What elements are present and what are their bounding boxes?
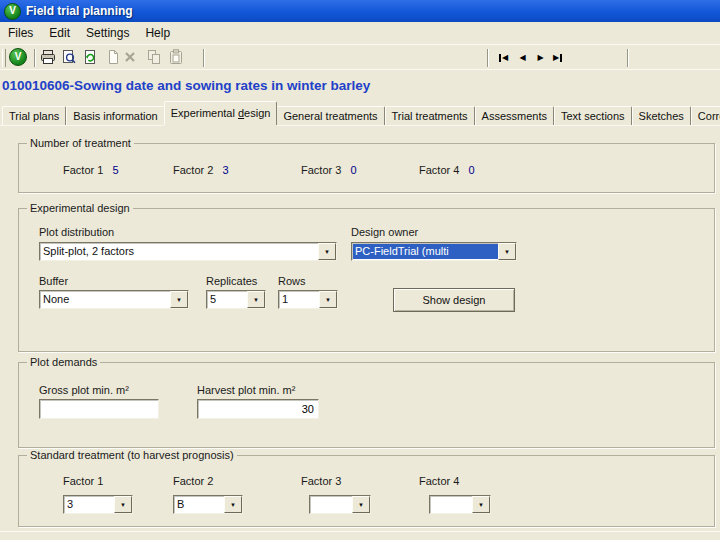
exit-button[interactable]: V xyxy=(8,47,28,67)
previous-record-button[interactable]: ◀ xyxy=(514,51,531,65)
factor2-count-label: Factor 2 3 xyxy=(173,164,229,176)
factor-label: Factor 3 xyxy=(301,164,341,176)
toolbar-grip xyxy=(2,49,6,67)
next-record-button[interactable]: ▶ xyxy=(532,51,549,65)
factor1-count-label: Factor 1 5 xyxy=(63,164,119,176)
tab-sketches[interactable]: Sketches xyxy=(632,106,691,125)
delete-icon xyxy=(122,49,138,65)
copy-button[interactable] xyxy=(144,47,164,67)
std-factor3-label: Factor 3 xyxy=(301,475,341,487)
app-logo-icon[interactable]: V xyxy=(4,3,21,20)
menu-help[interactable]: Help xyxy=(137,23,178,43)
toolbar-separator xyxy=(203,49,204,67)
rows-label: Rows xyxy=(278,275,306,287)
print-button[interactable] xyxy=(38,47,58,67)
refresh-button[interactable] xyxy=(80,47,100,67)
std-factor4-combobox[interactable]: ▼ xyxy=(429,495,491,514)
toolbar-separator xyxy=(627,49,628,67)
gross-plot-label: Gross plot min. m² xyxy=(39,384,129,396)
first-record-glyph: ◀ xyxy=(502,54,508,62)
group-legend: Number of treatment xyxy=(27,137,134,149)
std-factor1-combobox[interactable]: 3 ▼ xyxy=(63,495,133,514)
tab-label-part: Experimental xyxy=(171,107,238,119)
tab-text-sections[interactable]: Text sections xyxy=(554,106,632,125)
chevron-down-icon[interactable]: ▼ xyxy=(352,496,370,513)
combo-value: 5 xyxy=(210,293,248,305)
page-title: 010010606-Sowing date and sowing rates i… xyxy=(2,78,370,93)
last-record-glyph: ▶ xyxy=(553,54,559,62)
chevron-down-icon[interactable]: ▼ xyxy=(319,291,337,308)
buffer-label: Buffer xyxy=(39,275,68,287)
chevron-down-icon[interactable]: ▼ xyxy=(114,496,132,513)
tab-content-divider xyxy=(0,125,720,126)
print-preview-icon xyxy=(61,49,77,65)
last-record-icon xyxy=(560,54,562,62)
window-bottom-edge xyxy=(0,531,720,532)
tab-experimental-design[interactable]: Experimental design xyxy=(164,101,278,125)
last-record-button[interactable]: ▶ xyxy=(549,51,566,65)
combo-value: Split-plot, 2 factors xyxy=(43,245,319,257)
print-preview-button[interactable] xyxy=(59,47,79,67)
factor-value: 0 xyxy=(469,164,475,176)
tab-general-treatments[interactable]: General treatments xyxy=(276,106,384,125)
chevron-down-icon[interactable]: ▼ xyxy=(247,291,265,308)
application-window: V Field trial planning Files Edit Settin… xyxy=(0,0,720,540)
chevron-down-icon[interactable]: ▼ xyxy=(318,243,336,260)
combo-value: None xyxy=(43,293,171,305)
tab-corrections[interactable]: Corrections xyxy=(691,106,720,125)
toolbar: V xyxy=(0,44,720,70)
group-number-of-treatment: Number of treatment Factor 1 5 Factor 2 … xyxy=(18,143,715,193)
tab-trial-plans[interactable]: Trial plans xyxy=(2,106,66,125)
rows-combobox[interactable]: 1 ▼ xyxy=(278,290,338,309)
tab-strip: Trial plans Basis information Experiment… xyxy=(2,101,720,125)
menu-edit[interactable]: Edit xyxy=(41,23,78,43)
combo-value: B xyxy=(177,498,225,510)
group-plot-demands: Plot demands Gross plot min. m² Harvest … xyxy=(18,362,715,448)
replicates-combobox[interactable]: 5 ▼ xyxy=(206,290,266,309)
std-factor2-combobox[interactable]: B ▼ xyxy=(173,495,243,514)
title-bar[interactable]: V Field trial planning xyxy=(0,0,720,22)
std-factor3-combobox[interactable]: ▼ xyxy=(309,495,371,514)
paste-icon xyxy=(168,49,184,65)
menu-bar: Files Edit Settings Help xyxy=(0,22,720,44)
buffer-combobox[interactable]: None ▼ xyxy=(39,290,189,309)
factor-label: Factor 4 xyxy=(419,164,459,176)
chevron-down-icon[interactable]: ▼ xyxy=(170,291,188,308)
plot-distribution-combobox[interactable]: Split-plot, 2 factors ▼ xyxy=(39,242,337,261)
tab-assessments[interactable]: Assessments xyxy=(475,106,554,125)
chevron-down-icon[interactable]: ▼ xyxy=(498,243,516,260)
first-record-icon xyxy=(499,54,501,62)
previous-record-icon: ◀ xyxy=(519,54,525,62)
refresh-icon xyxy=(82,49,98,65)
gross-plot-input[interactable] xyxy=(39,399,159,419)
combo-value-selected: PC-FieldTrial (multi xyxy=(353,244,499,259)
group-legend: Plot demands xyxy=(27,356,100,368)
harvest-plot-input[interactable] xyxy=(197,399,319,419)
design-owner-label: Design owner xyxy=(351,226,418,238)
plot-distribution-label: Plot distribution xyxy=(39,226,114,238)
combo-value: 1 xyxy=(282,293,320,305)
toolbar-separator xyxy=(487,49,488,67)
show-design-button[interactable]: Show design xyxy=(393,288,515,312)
group-standard-treatment: Standard treatment (to harvest prognosis… xyxy=(18,455,715,527)
new-icon xyxy=(105,49,121,65)
first-record-button[interactable]: ◀ xyxy=(495,51,512,65)
factor-value: 5 xyxy=(113,164,119,176)
menu-settings[interactable]: Settings xyxy=(78,23,137,43)
design-owner-combobox[interactable]: PC-FieldTrial (multi ▼ xyxy=(351,242,517,261)
std-factor4-label: Factor 4 xyxy=(419,475,459,487)
copy-icon xyxy=(146,49,162,65)
chevron-down-icon[interactable]: ▼ xyxy=(472,496,490,513)
next-record-icon: ▶ xyxy=(537,54,543,62)
window-title: Field trial planning xyxy=(26,4,133,18)
toolbar-separator xyxy=(34,49,35,67)
delete-button[interactable] xyxy=(120,47,140,67)
tab-trial-treatments[interactable]: Trial treatments xyxy=(385,106,475,125)
tab-basis-information[interactable]: Basis information xyxy=(66,106,164,125)
chevron-down-icon[interactable]: ▼ xyxy=(224,496,242,513)
paste-button[interactable] xyxy=(166,47,186,67)
combo-value: 3 xyxy=(67,498,115,510)
menu-files[interactable]: Files xyxy=(0,23,41,43)
factor3-count-label: Factor 3 0 xyxy=(301,164,357,176)
factor-value: 3 xyxy=(223,164,229,176)
